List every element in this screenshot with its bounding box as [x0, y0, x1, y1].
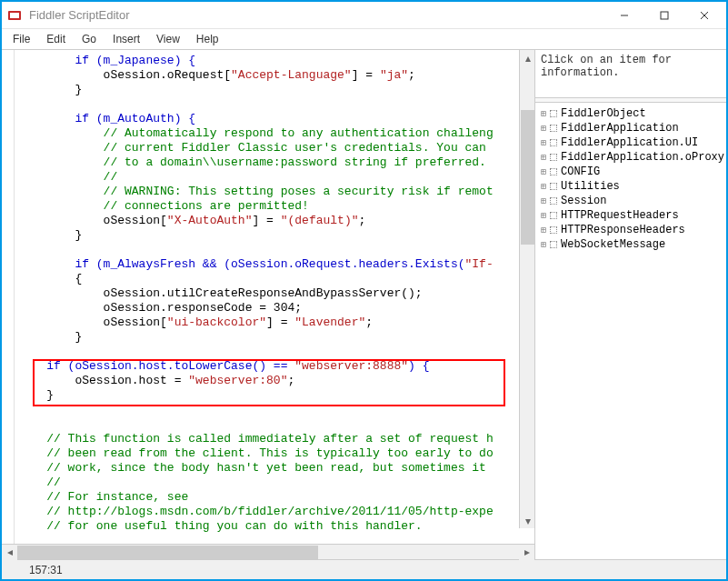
menu-help[interactable]: Help: [189, 31, 226, 47]
tree-node-icon: [550, 197, 557, 205]
hscroll-thumb[interactable]: [17, 546, 318, 559]
tree-item-label: FiddlerObject: [561, 107, 646, 120]
tree-item-label: FiddlerApplication.UI: [561, 136, 698, 149]
tree-item-label: HTTPResponseHeaders: [561, 224, 685, 236]
tree-node-icon: [550, 226, 557, 234]
expand-icon[interactable]: ⊞: [537, 239, 550, 250]
menu-edit[interactable]: Edit: [39, 31, 73, 47]
scroll-left-icon[interactable]: ◂: [2, 545, 17, 560]
class-tree[interactable]: ⊞FiddlerObject⊞FiddlerApplication⊞Fiddle…: [535, 103, 726, 255]
tree-item[interactable]: ⊞WebSocketMessage: [537, 237, 724, 252]
vscroll-thumb[interactable]: [521, 110, 534, 245]
tree-item[interactable]: ⊞HTTPResponseHeaders: [537, 223, 724, 237]
tree-item[interactable]: ⊞CONFIG: [537, 165, 724, 179]
window-title: Fiddler ScriptEditor: [25, 8, 604, 22]
expand-icon[interactable]: ⊞: [537, 166, 550, 177]
expand-icon[interactable]: ⊞: [537, 123, 550, 134]
tree-item-label: Session: [561, 195, 606, 207]
menu-go[interactable]: Go: [75, 31, 104, 47]
code-text[interactable]: if (m_Japanese) { oSession.oRequest["Acc…: [2, 50, 534, 537]
expand-icon[interactable]: ⊞: [537, 108, 550, 119]
vscroll-track[interactable]: [520, 65, 534, 513]
tree-node-icon: [550, 183, 557, 190]
info-text: Click on an item for information.: [541, 54, 672, 79]
tree-node-icon: [550, 168, 557, 175]
menu-file[interactable]: File: [5, 31, 37, 47]
tree-node-icon: [550, 139, 557, 146]
expand-icon[interactable]: ⊞: [537, 137, 550, 148]
tree-item-label: HTTPRequestHeaders: [561, 209, 679, 222]
app-icon: [4, 8, 25, 23]
tree-item[interactable]: ⊞FiddlerObject: [537, 106, 724, 121]
expand-icon[interactable]: ⊞: [537, 225, 550, 235]
tree-item[interactable]: ⊞Utilities: [537, 179, 724, 194]
tree-item[interactable]: ⊞HTTPRequestHeaders: [537, 208, 724, 223]
cursor-position: 157:31: [29, 564, 63, 576]
expand-icon[interactable]: ⊞: [537, 152, 550, 163]
expand-icon[interactable]: ⊞: [537, 181, 550, 192]
statusbar: 157:31: [2, 559, 726, 579]
tree-item-label: FiddlerApplication: [561, 122, 679, 135]
menu-view[interactable]: View: [149, 31, 187, 47]
tree-item-label: WebSocketMessage: [561, 238, 665, 251]
tree-item-label: CONFIG: [561, 165, 600, 178]
tree-item-label: Utilities: [561, 180, 620, 193]
tree-item[interactable]: ⊞Session: [537, 194, 724, 208]
maximize-button[interactable]: [644, 3, 684, 28]
tree-item[interactable]: ⊞FiddlerApplication: [537, 121, 724, 135]
tree-item-label: FiddlerApplication.oProxy: [561, 151, 724, 164]
side-panel: Click on an item for information. ⊞Fiddl…: [535, 50, 726, 559]
hscroll-track[interactable]: [17, 545, 519, 560]
scroll-up-icon[interactable]: ▴: [520, 50, 534, 65]
svg-rect-3: [661, 12, 668, 19]
menu-insert[interactable]: Insert: [105, 31, 147, 47]
editor-pane: if (m_Japanese) { oSession.oRequest["Acc…: [2, 50, 535, 559]
expand-icon[interactable]: ⊞: [537, 195, 550, 206]
tree-node-icon: [550, 110, 557, 117]
tree-item[interactable]: ⊞FiddlerApplication.UI: [537, 135, 724, 150]
horizontal-scrollbar[interactable]: ◂ ▸: [2, 544, 534, 559]
tree-node-icon: [550, 212, 557, 219]
scroll-right-icon[interactable]: ▸: [519, 545, 534, 560]
titlebar: Fiddler ScriptEditor: [2, 2, 726, 29]
code-editor[interactable]: if (m_Japanese) { oSession.oRequest["Acc…: [2, 50, 534, 544]
info-box: Click on an item for information.: [535, 50, 726, 97]
tree-node-icon: [550, 125, 557, 132]
scroll-down-icon[interactable]: ▾: [520, 513, 534, 528]
tree-node-icon: [550, 154, 557, 161]
minimize-button[interactable]: [604, 3, 644, 28]
tree-item[interactable]: ⊞FiddlerApplication.oProxy: [537, 150, 724, 165]
fold-gutter[interactable]: [2, 50, 15, 544]
expand-icon[interactable]: ⊞: [537, 210, 550, 221]
vertical-scrollbar[interactable]: ▴ ▾: [519, 50, 534, 528]
menubar: File Edit Go Insert View Help: [2, 29, 726, 49]
content-area: if (m_Japanese) { oSession.oRequest["Acc…: [2, 49, 726, 559]
tree-node-icon: [550, 241, 557, 248]
close-button[interactable]: [684, 3, 724, 28]
svg-rect-1: [10, 13, 19, 18]
